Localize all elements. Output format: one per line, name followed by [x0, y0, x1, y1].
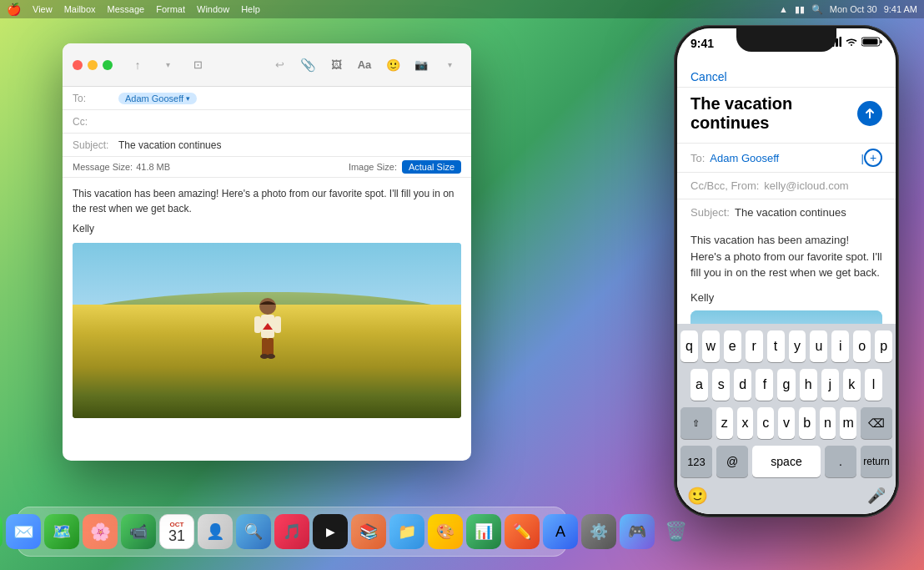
at-key[interactable]: @ [716, 446, 748, 477]
photo-icon[interactable]: 🖼 [324, 53, 348, 77]
dock-icon-photos[interactable]: 🌸 [83, 514, 118, 549]
recipient-tag[interactable]: Adam Gooseff ▾ [118, 93, 197, 104]
to-field-row[interactable]: To: Adam Gooseff ▾ [63, 87, 471, 110]
dock-icon-music[interactable]: 🎵 [274, 514, 309, 549]
iphone-cc-row[interactable]: Cc/Bcc, From: kelly@icloud.com [677, 172, 896, 199]
iphone-to-row[interactable]: To: Adam Gooseff | + [677, 143, 896, 172]
format-icon[interactable]: Aa [353, 53, 376, 77]
key-z[interactable]: z [716, 407, 733, 439]
dock-icon-mail[interactable]: ✉️ [6, 514, 41, 549]
attachment-icon[interactable]: 📎 [296, 53, 319, 77]
key-h[interactable]: h [800, 369, 817, 401]
dock-icon-appletv[interactable]: ▶ [313, 514, 348, 549]
search-icon[interactable]: 🔍 [811, 4, 823, 15]
menu-view[interactable]: View [33, 4, 53, 14]
key-y[interactable]: y [789, 330, 806, 362]
iphone-cc-label: Cc/Bcc, From: [690, 179, 759, 192]
actual-size-button[interactable]: Actual Size [402, 160, 461, 174]
menu-bar-right: ▲ ▮▮ 🔍 Mon Oct 30 9:41 AM [779, 4, 917, 15]
key-i[interactable]: i [831, 330, 849, 362]
emoji-icon[interactable]: 🙂 [381, 53, 404, 77]
return-key[interactable]: return [861, 446, 892, 477]
add-recipient-button[interactable]: + [864, 149, 882, 167]
mic-key[interactable]: 🎤 [867, 487, 886, 505]
backspace-key[interactable]: ⌫ [861, 407, 892, 439]
window-icon[interactable]: ⊡ [186, 53, 209, 77]
dock-icon-files[interactable]: 📁 [389, 514, 424, 549]
key-u[interactable]: u [810, 330, 827, 362]
key-w[interactable]: w [702, 330, 720, 362]
key-n[interactable]: n [820, 407, 836, 439]
dock-icon-finder[interactable]: 🔍 [236, 514, 271, 549]
period-key[interactable]: . [825, 446, 856, 477]
dock-icon-pages[interactable]: ✏️ [505, 514, 540, 549]
menu-window[interactable]: Window [197, 4, 229, 14]
key-g[interactable]: g [777, 369, 795, 401]
toolbar-chevron-icon[interactable]: ▾ [156, 53, 179, 77]
photo-add-icon[interactable]: 📷 [409, 53, 433, 77]
key-f[interactable]: f [756, 369, 773, 401]
key-k[interactable]: k [843, 369, 861, 401]
key-b[interactable]: b [799, 407, 816, 439]
iphone-subject-text: The vacation continues [690, 94, 851, 133]
battery-icon: ▮▮ [795, 4, 805, 15]
key-c[interactable]: c [757, 407, 774, 439]
key-l[interactable]: l [865, 369, 882, 401]
dock-icon-facetime[interactable]: 📹 [121, 514, 156, 549]
space-key[interactable]: space [752, 446, 821, 477]
dock-icon-miro[interactable]: 🎨 [428, 514, 463, 549]
recipient-chevron: ▾ [186, 94, 190, 103]
shift-key[interactable]: ⇧ [680, 407, 712, 439]
dock-icon-appstore[interactable]: A [543, 514, 578, 549]
iphone-subject-field-value: The vacation continues [735, 206, 846, 219]
dropdown-icon[interactable]: ▾ [438, 53, 461, 77]
dock-icon-contacts[interactable]: 👤 [198, 514, 233, 549]
dock-icon-systemprefs[interactable]: ⚙️ [581, 514, 616, 549]
key-e[interactable]: e [724, 330, 741, 362]
send-icon[interactable]: ↑ [126, 53, 149, 77]
subject-label: Subject: [73, 139, 118, 151]
key-j[interactable]: j [821, 369, 839, 401]
dock-icon-calendar[interactable]: OCT 31 [159, 514, 194, 549]
apple-menu[interactable]: 🍎 [7, 3, 21, 16]
iphone-body[interactable]: This vacation has been amazing! Here's a… [677, 225, 896, 288]
subject-field-row[interactable]: Subject: The vacation continues [63, 134, 471, 157]
mail-body[interactable]: This vacation has been amazing! Here's a… [63, 178, 471, 426]
maximize-button[interactable] [103, 60, 113, 70]
cancel-button[interactable]: Cancel [690, 70, 727, 83]
cc-field-row[interactable]: Cc: [63, 110, 471, 134]
photo-attachment [73, 243, 461, 418]
dock-icon-maps[interactable]: 🗺️ [44, 514, 79, 549]
key-p[interactable]: p [875, 330, 892, 362]
mail-toolbar: ↩ 📎 🖼 Aa 🙂 📷 ▾ [268, 53, 461, 77]
menu-format[interactable]: Format [156, 4, 185, 14]
dock-icon-numbers[interactable]: 📊 [466, 514, 501, 549]
key-m[interactable]: m [840, 407, 856, 439]
dock-icon-arcade[interactable]: 🎮 [620, 514, 655, 549]
numbers-key[interactable]: 123 [680, 446, 712, 477]
key-s[interactable]: s [712, 369, 730, 401]
iphone-to-label: To: [690, 152, 705, 164]
key-v[interactable]: v [778, 407, 795, 439]
signature: Kelly [73, 221, 461, 236]
undo-icon[interactable]: ↩ [268, 53, 291, 77]
keyboard-row-1: q w e r t y u i o p [680, 330, 892, 362]
menu-message[interactable]: Message [108, 4, 145, 14]
iphone-subject-field-row[interactable]: Subject: The vacation continues [677, 199, 896, 225]
emoji-key[interactable]: 🙂 [687, 486, 708, 506]
key-x[interactable]: x [737, 407, 754, 439]
menu-help[interactable]: Help [241, 4, 260, 14]
dock-icon-books[interactable]: 📚 [351, 514, 386, 549]
dock-icon-trash[interactable]: 🗑️ [658, 514, 693, 549]
key-r[interactable]: r [746, 330, 763, 362]
close-button[interactable] [73, 60, 83, 70]
dock: ⠿ 🧭 💬 ✉️ 🗺️ 🌸 📹 OCT 31 👤 🔍 🎵 ▶ 📚 📁 🎨 📊 ✏… [17, 507, 567, 557]
key-o[interactable]: o [853, 330, 871, 362]
key-t[interactable]: t [767, 330, 785, 362]
key-a[interactable]: a [690, 369, 708, 401]
menu-mailbox[interactable]: Mailbox [64, 4, 96, 14]
iphone-send-button[interactable] [857, 101, 882, 126]
key-q[interactable]: q [680, 330, 698, 362]
key-d[interactable]: d [734, 369, 751, 401]
minimize-button[interactable] [88, 60, 98, 70]
